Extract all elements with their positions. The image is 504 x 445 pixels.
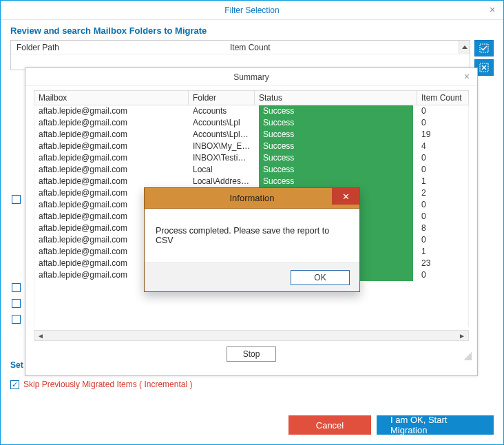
- summary-title: Summary: [233, 72, 269, 82]
- information-dialog: Information ✕ Process completed. Please …: [144, 187, 360, 292]
- cell-status: Success: [255, 141, 417, 152]
- table-row[interactable]: aftab.lepide@gmail.comLocalSuccess0: [34, 164, 468, 176]
- cell-mailbox: aftab.lepide@gmail.com: [34, 117, 189, 129]
- filter-header: Folder Path Item Count: [10, 40, 494, 70]
- filter-selection-title: Filter Selection: [224, 6, 279, 15]
- status-badge: Success: [259, 152, 413, 164]
- filter-row-checkbox[interactable]: [12, 195, 21, 204]
- status-badge: Success: [259, 164, 413, 176]
- summary-header-row: Mailbox Folder Status Item Count: [34, 90, 469, 105]
- table-row[interactable]: aftab.lepide@gmail.comAccountsSuccess0: [34, 105, 468, 117]
- column-folder[interactable]: Folder: [189, 91, 255, 105]
- cell-mailbox: aftab.lepide@gmail.com: [34, 152, 189, 164]
- information-title: Information: [229, 193, 274, 203]
- cell-mailbox: aftab.lepide@gmail.com: [34, 129, 189, 141]
- cell-item-count: 2: [417, 187, 468, 199]
- cell-item-count: 0: [417, 164, 468, 176]
- cell-folder: Accounts\Lpl: [189, 117, 255, 129]
- scroll-up-icon[interactable]: [459, 41, 470, 54]
- cell-item-count: 0: [417, 117, 468, 129]
- cell-mailbox: aftab.lepide@gmail.com: [34, 176, 189, 187]
- table-row[interactable]: aftab.lepide@gmail.comAccounts\Lpl\N...S…: [34, 129, 468, 141]
- skip-incremental-checkbox[interactable]: [10, 380, 19, 389]
- summary-titlebar: Summary ×: [25, 68, 477, 86]
- select-all-button[interactable]: [474, 40, 494, 56]
- cell-status: Success: [255, 117, 417, 129]
- cell-folder: Local\Address B...: [189, 176, 255, 187]
- cancel-button[interactable]: Cancel: [288, 415, 371, 435]
- status-badge: Success: [259, 129, 413, 141]
- start-migration-button[interactable]: I am OK, Start Migration: [377, 415, 494, 435]
- status-badge: Success: [259, 141, 413, 152]
- cell-item-count: 1: [417, 246, 468, 258]
- close-icon[interactable]: ×: [485, 3, 499, 16]
- skip-incremental-label: Skip Previously Migrated Items ( Increme…: [23, 380, 192, 389]
- status-badge: Success: [259, 176, 413, 187]
- cell-item-count: 0: [417, 152, 468, 164]
- close-icon[interactable]: ✕: [332, 188, 359, 205]
- column-item-count[interactable]: Item Count: [224, 41, 459, 54]
- cell-status: Success: [255, 164, 417, 176]
- cell-item-count: 8: [417, 222, 468, 234]
- cell-item-count: 0: [417, 269, 468, 281]
- column-status[interactable]: Status: [255, 91, 417, 105]
- cell-folder: Accounts: [189, 105, 255, 117]
- filter-row-checkbox[interactable]: [12, 315, 21, 324]
- search-folder-path[interactable]: [11, 54, 224, 68]
- cell-item-count: 23: [417, 258, 468, 269]
- cell-item-count: 4: [417, 141, 468, 152]
- column-item-count[interactable]: Item Count: [417, 91, 469, 105]
- cell-status: Success: [255, 105, 417, 117]
- cell-status: Success: [255, 152, 417, 164]
- column-folder-path[interactable]: Folder Path: [11, 41, 224, 54]
- horizontal-scrollbar[interactable]: ◄ ►: [34, 330, 469, 341]
- scroll-right-icon[interactable]: ►: [456, 332, 468, 340]
- status-badge: Success: [259, 117, 413, 129]
- cell-status: Success: [255, 176, 417, 187]
- resize-grip[interactable]: [463, 352, 472, 360]
- cell-mailbox: aftab.lepide@gmail.com: [34, 164, 189, 176]
- column-mailbox[interactable]: Mailbox: [34, 91, 189, 105]
- cell-folder: INBOX\My_Emails: [189, 141, 255, 152]
- cell-folder: Local: [189, 164, 255, 176]
- set-label: Set: [10, 360, 23, 370]
- stop-button[interactable]: Stop: [227, 346, 276, 362]
- cell-item-count: 0: [417, 211, 468, 222]
- cell-folder: INBOX\Testing M: [189, 152, 255, 164]
- close-icon[interactable]: ×: [461, 71, 473, 82]
- cell-item-count: 0: [417, 105, 468, 117]
- table-row[interactable]: aftab.lepide@gmail.comLocal\Address B...…: [34, 176, 468, 187]
- cell-mailbox: aftab.lepide@gmail.com: [34, 105, 189, 117]
- scroll-left-icon[interactable]: ◄: [34, 332, 47, 340]
- table-row[interactable]: aftab.lepide@gmail.comAccounts\LplSucces…: [34, 117, 468, 129]
- filter-row-checkbox[interactable]: [12, 299, 21, 308]
- filter-row-checkbox[interactable]: [12, 283, 21, 292]
- cell-folder: Accounts\Lpl\N...: [189, 129, 255, 141]
- information-message: Process completed. Please save the repor…: [156, 226, 348, 245]
- cell-item-count: 1: [417, 176, 468, 187]
- cell-status: Success: [255, 129, 417, 141]
- search-item-count[interactable]: [224, 54, 459, 68]
- status-badge: Success: [259, 105, 413, 117]
- filter-selection-titlebar: Filter Selection ×: [1, 1, 503, 20]
- cell-item-count: 19: [417, 129, 468, 141]
- information-titlebar: Information ✕: [145, 188, 359, 209]
- table-row[interactable]: aftab.lepide@gmail.comINBOX\Testing MSuc…: [34, 152, 468, 164]
- cell-item-count: 0: [417, 199, 468, 211]
- ok-button[interactable]: OK: [291, 270, 350, 285]
- table-row[interactable]: aftab.lepide@gmail.comINBOX\My_EmailsSuc…: [34, 141, 468, 152]
- cell-item-count: 0: [417, 234, 468, 246]
- cell-mailbox: aftab.lepide@gmail.com: [34, 141, 189, 152]
- review-subtitle: Review and search Mailbox Folders to Mig…: [1, 20, 503, 40]
